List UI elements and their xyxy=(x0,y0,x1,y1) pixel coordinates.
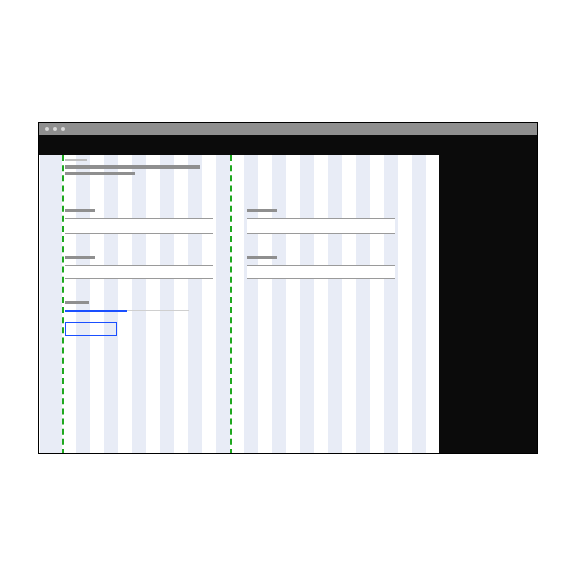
field-label xyxy=(247,256,277,259)
field-label xyxy=(65,256,95,259)
window-control-min-icon[interactable] xyxy=(53,127,57,131)
field-label xyxy=(65,301,89,304)
form-field xyxy=(65,256,213,279)
page-subtitle xyxy=(65,172,135,175)
form-field xyxy=(247,256,395,279)
window-menubar xyxy=(39,135,537,155)
text-input[interactable] xyxy=(65,265,213,279)
text-input[interactable] xyxy=(65,218,213,234)
field-label xyxy=(247,209,277,212)
field-label xyxy=(65,209,95,212)
form-section xyxy=(65,165,419,336)
layout-guide-left[interactable] xyxy=(62,155,64,454)
design-page xyxy=(39,155,439,454)
text-input[interactable] xyxy=(247,218,395,234)
editor-canvas xyxy=(39,155,537,454)
breadcrumb-placeholder xyxy=(65,159,87,161)
form-field xyxy=(65,209,213,234)
text-input[interactable] xyxy=(247,265,395,279)
submit-button[interactable] xyxy=(65,322,117,336)
form-field xyxy=(247,209,395,234)
app-window xyxy=(38,122,538,454)
window-control-close-icon[interactable] xyxy=(45,127,49,131)
form-row xyxy=(65,209,419,234)
active-underline-input[interactable] xyxy=(65,310,127,312)
window-titlebar xyxy=(39,123,537,135)
page-title xyxy=(65,165,200,169)
window-control-max-icon[interactable] xyxy=(61,127,65,131)
form-row xyxy=(65,256,419,279)
